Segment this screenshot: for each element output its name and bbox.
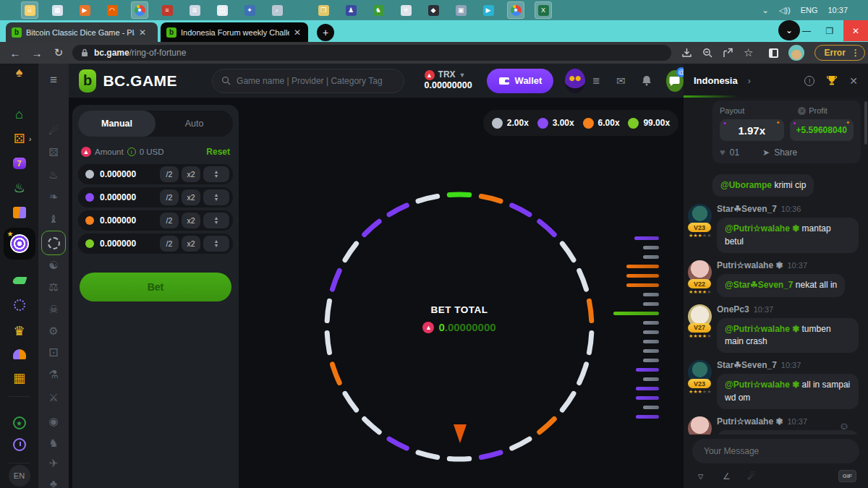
clock[interactable]: 10:37 [827,6,848,14]
tab-search-chevron[interactable]: ⌄ [778,20,800,40]
sidebar-item-dice-game[interactable]: ⚄› [0,126,38,152]
sidebar-item-live-casino[interactable]: ♨ [0,175,38,201]
sidebar2-item-coins[interactable]: ⚖ [38,275,69,299]
folders-icon[interactable]: ❒ [315,2,331,18]
message-bubble[interactable]: @Star☘Seven_7 nekat all in [717,274,845,296]
mention-link[interactable]: @Putri☆walahe ✾ [725,380,799,390]
dragon-game-icon[interactable]: ♞ [370,2,386,18]
message-input[interactable] [692,439,859,463]
user-avatar[interactable] [565,69,585,93]
address-bar[interactable]: bc.game/ring-of-fortune [72,45,671,61]
message-bubble[interactable]: @Uborampe krimi cip [712,174,814,197]
penguin-game-icon[interactable]: ♟ [343,2,359,18]
message-bubble[interactable]: @Putri☆walahe ✾ mantap betul [717,218,859,253]
reload-icon[interactable]: ↻ [48,46,69,59]
store-app-icon[interactable]: ◫ [214,2,230,18]
photos-app-icon[interactable]: ▦ [49,2,65,18]
sidebar-item-sports-shoe[interactable] [0,267,38,294]
sidebar-item-recent-clock[interactable] [0,432,38,458]
meteor-icon[interactable]: ☄ [748,471,756,481]
browser-avatar[interactable] [788,45,804,61]
sidebar-item-language[interactable]: EN [0,463,38,488]
back-icon[interactable]: ← [4,47,26,59]
sidebar-item-party-ghosts[interactable] [0,341,38,367]
sidebar2-item-paw[interactable]: ♣ [38,471,69,488]
sidebar2-item-ufo[interactable]: ◉ [38,409,69,434]
sidebar2-item-ring-active[interactable] [38,231,69,255]
bcgame-logo[interactable]: b [79,69,96,93]
search-app-icon[interactable]: ⌕ [269,2,285,18]
sidebar2-item-eggs[interactable]: ☯ [38,253,69,278]
chat-info-icon[interactable]: ! [804,76,814,86]
sidebar2-item-comet[interactable]: ☄ [38,119,69,143]
tab-close-icon[interactable]: ✕ [294,27,301,38]
firefox-icon[interactable]: ◠ [104,2,120,18]
mail-icon[interactable]: ✉ [616,74,626,87]
volume-icon[interactable]: ◁)) [779,6,791,15]
list-menu-icon[interactable]: ≣ [592,75,600,86]
wallet-button[interactable]: Wallet [487,69,554,93]
share-label[interactable]: Share [774,147,797,158]
emoji-icon[interactable]: ☺ [839,420,849,432]
zoom-icon[interactable] [702,48,712,58]
message-bubble[interactable]: @Putri☆walahe ✾ tumben main crash [717,318,859,354]
profile-error-button[interactable]: Error⋮ [814,45,864,61]
sidebar2-item-crab[interactable]: ☠ [38,297,69,322]
mention-link[interactable]: @Star☘Seven_7 [725,280,793,290]
sidebar-item-shopping[interactable] [0,200,38,226]
dark-app-icon[interactable]: ◆ [425,2,441,18]
gif-button[interactable]: GIF [838,470,856,482]
share-icon[interactable] [723,48,733,58]
mention-link[interactable]: @Putri☆walahe ✾ [725,223,799,234]
like-heart-icon[interactable]: ♥ [720,147,726,158]
avatar[interactable] [688,416,712,435]
excel-icon[interactable]: X [535,2,551,18]
chat-messages[interactable]: Payout ✕ Profit ✦ ✦ 1.97x ✦ ✦ +5.5960804… [684,98,868,435]
paint-app-icon[interactable]: ✦ [242,2,258,18]
tray-chevron-icon[interactable]: ⌄ [762,6,769,15]
browser-menu-icon[interactable]: ⋮ [851,48,860,58]
sidebar2-item-pear[interactable]: ❧ [38,184,69,209]
trophy-icon[interactable] [826,75,838,86]
sidebar-item-roulette[interactable] [0,292,38,318]
sidebar-item-ring-of-fortune[interactable] [0,231,38,257]
media-player-icon[interactable]: ▶ [77,2,93,18]
sidebar-item-home[interactable]: ⌂ [0,101,38,127]
chat-close-icon[interactable]: ✕ [849,75,858,87]
notifications-bell-icon[interactable] [642,75,652,86]
mention-link[interactable]: @Uborampe [720,180,772,190]
sidebar2-item-cake[interactable]: ♨ [38,163,69,187]
file-explorer-icon[interactable]: ⌸ [22,2,38,18]
share-arrow-icon[interactable]: ➤ [762,147,770,158]
window-restore-button[interactable]: ❐ [817,20,842,41]
bookmark-star-icon[interactable]: ☆ [744,46,753,59]
browser-tab-1[interactable]: b Bitcoin Classic Dice Game - Play I ✕ [6,22,158,42]
window-close-button[interactable]: ✕ [843,20,868,41]
chat-toggle-button[interactable]: @ [666,70,684,92]
username[interactable]: Star☘Seven_710:37 [712,360,861,370]
game-search-input[interactable]: Game name | Provider | Category Tag [212,69,404,93]
forward-icon[interactable]: → [26,47,48,59]
msi-app-icon[interactable]: ▶ [480,2,496,18]
chat-channel-selector[interactable]: Indonesia [694,75,738,86]
username[interactable]: OnePc310:37 [712,304,861,314]
sidebar2-item-dice-circle[interactable]: ⚄ [38,140,69,165]
currency-selector[interactable]: ▲ TRX ▼ 0.00000000 [425,70,472,90]
sidebar-item-mines-blocks[interactable]: ▦ [0,365,38,391]
tab-close-icon[interactable]: ✕ [139,27,146,38]
format-icon[interactable]: ∠ [723,471,731,481]
chrome-profile-icon[interactable] [508,2,524,18]
message-bubble[interactable]: @OnePc3 iya □ kesel gara" lunamayat [717,430,859,435]
sidebar2-item-cube[interactable]: ⚀ [38,341,69,365]
chevron-right-icon[interactable]: › [748,76,751,86]
sidebar2-item-menu[interactable]: ≡ [38,68,69,93]
install-icon[interactable] [681,48,692,58]
sidebar2-item-brazier[interactable]: ♝ [38,207,69,231]
language-indicator[interactable]: ENG [801,6,818,14]
sidebar-item-vip-crown[interactable]: ♛ [0,318,38,344]
notepad-icon[interactable]: ≣ [187,2,203,18]
mention-link[interactable]: @Putri☆walahe ✾ [725,324,799,334]
chat-scrollbar[interactable] [864,101,867,145]
username[interactable]: Star☘Seven_710:36 [712,204,861,214]
new-tab-button[interactable]: + [317,24,334,41]
